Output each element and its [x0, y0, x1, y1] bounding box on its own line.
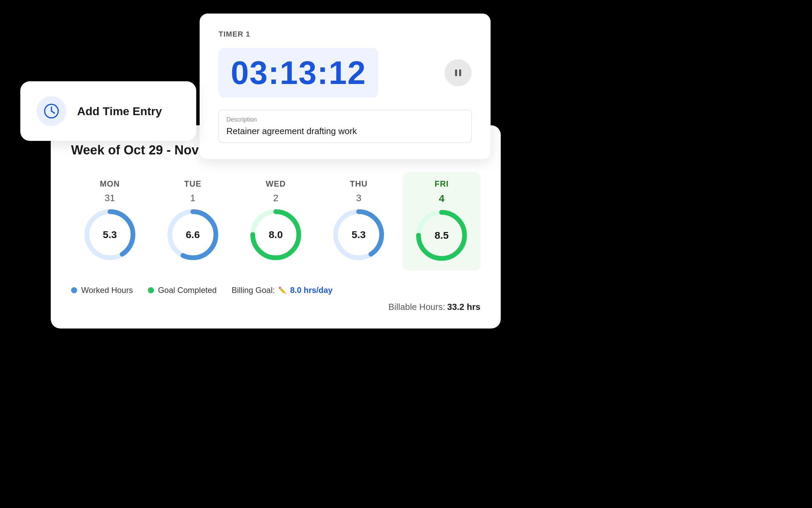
pause-button[interactable]	[445, 59, 472, 86]
timer-title: TIMER 1	[219, 30, 472, 39]
donut-chart: 5.3	[332, 208, 386, 262]
donut-value: 5.3	[103, 229, 117, 240]
day-col-fri: FRI4 8.5	[403, 172, 480, 271]
timer-display: 03:13:12	[219, 48, 378, 98]
add-time-label: Add Time Entry	[77, 105, 162, 118]
legend-worked: Worked Hours	[71, 285, 133, 295]
billing-goal-value[interactable]: 8.0 hrs/day	[290, 285, 332, 295]
donut-value: 8.5	[435, 230, 449, 241]
description-label: Description	[226, 116, 464, 123]
donut-chart: 8.0	[249, 208, 303, 262]
timer-card: TIMER 1 03:13:12 Description Retainer ag…	[200, 14, 491, 159]
legend-goal: Goal Completed	[148, 285, 217, 295]
donut-value: 8.0	[269, 229, 283, 240]
day-name: THU	[350, 179, 367, 189]
day-number: 2	[273, 193, 278, 204]
day-name: WED	[266, 179, 286, 189]
day-number: 3	[356, 193, 361, 204]
clock-icon	[37, 96, 66, 126]
description-field[interactable]: Description Retainer agreement drafting …	[219, 110, 472, 143]
edit-icon[interactable]: ✏️	[278, 286, 287, 294]
svg-rect-4	[459, 69, 461, 76]
billable-hours-row: Billable Hours: 33.2 hrs	[71, 302, 480, 312]
svg-line-2	[51, 111, 54, 113]
day-number: 4	[439, 193, 445, 204]
worked-dot	[71, 287, 77, 293]
billable-hours-value: 33.2 hrs	[447, 302, 480, 312]
add-time-entry-card[interactable]: Add Time Entry	[20, 81, 196, 141]
day-name: MON	[100, 179, 120, 189]
donut-chart: 5.3	[83, 208, 137, 262]
day-col-thu: THU3 5.3	[320, 172, 398, 271]
goal-dot	[148, 287, 154, 293]
donut-chart: 6.6	[166, 208, 220, 262]
legend-row: Worked Hours Goal Completed Billing Goal…	[71, 285, 480, 295]
description-value: Retainer agreement drafting work	[226, 126, 464, 136]
svg-rect-3	[455, 69, 457, 76]
billing-goal: Billing Goal: ✏️ 8.0 hrs/day	[231, 285, 332, 295]
day-col-tue: TUE1 6.6	[154, 172, 231, 271]
day-col-wed: WED2 8.0	[237, 172, 314, 271]
day-name: TUE	[184, 179, 201, 189]
day-col-mon: MON31 5.3	[71, 172, 149, 271]
days-grid: MON31 5.3 TUE1 6.6 WED2 8.0 THU3 5.3	[71, 172, 480, 271]
donut-value: 5.3	[352, 229, 366, 240]
day-number: 1	[190, 193, 196, 204]
day-name: FRI	[435, 179, 449, 189]
donut-chart: 8.5	[414, 208, 469, 262]
day-number: 31	[105, 193, 115, 204]
donut-value: 6.6	[186, 229, 200, 240]
